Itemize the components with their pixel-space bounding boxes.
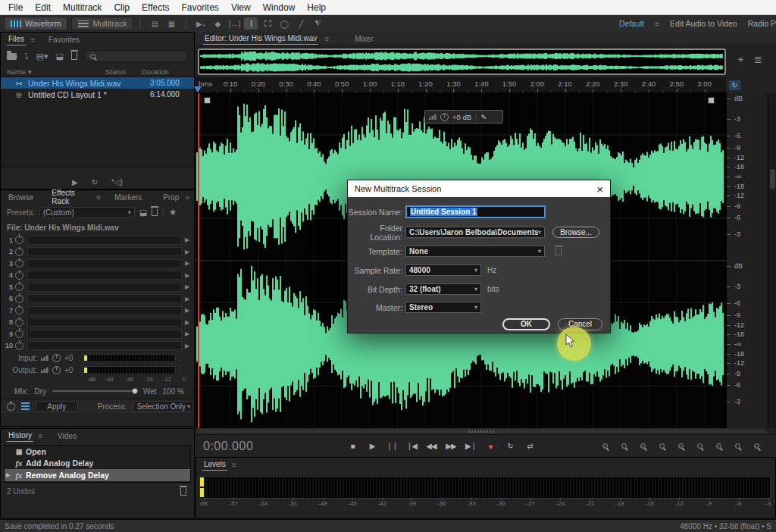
browse-button[interactable]: Browse... [552, 227, 599, 238]
razor-tool-icon[interactable]: ◆ [211, 17, 224, 30]
tab-files[interactable]: Files [7, 33, 26, 45]
effect-slot-5[interactable]: 5▶ [1, 281, 194, 293]
history-item[interactable]: fxAdd Analog Delay [5, 458, 190, 470]
tab-editor[interactable]: Editor: Under His Wings Midi.wav [203, 33, 318, 45]
favorite-star-icon[interactable]: ★ [169, 207, 177, 217]
time-selection-tool-icon[interactable]: I [244, 17, 258, 30]
ok-button[interactable]: OK [502, 318, 550, 330]
menu-help[interactable]: Help [302, 1, 331, 14]
effect-power-icon[interactable] [15, 259, 23, 268]
menu-multitrack[interactable]: Multitrack [58, 1, 107, 14]
workspace-radio[interactable]: Radio P [748, 19, 776, 28]
effect-slot-arrow-icon[interactable]: ▶ [185, 330, 194, 337]
preset-dropdown[interactable]: (Custom)▾ [39, 207, 135, 218]
effect-slot-2[interactable]: 2▶ [1, 246, 194, 258]
bit-depth-dropdown[interactable]: 32 (float)▾ [405, 283, 481, 295]
waveform-display-icon[interactable]: ▤ [148, 17, 161, 30]
editor-panel-menu-icon[interactable]: ≡ [324, 35, 329, 43]
history-item[interactable]: ▤Open [5, 446, 190, 458]
workspace-edit-audio-to-video[interactable]: Edit Audio to Video [670, 19, 737, 28]
zoom-selection-in-button[interactable]: - [693, 440, 706, 452]
column-duration[interactable]: Duration [142, 67, 169, 76]
file-row[interactable]: ᚛᚜Under His Wings Midi.wav3:05.000 [1, 77, 194, 89]
effect-slot-1[interactable]: 1▶ [1, 234, 194, 246]
gain-hud[interactable]: +0 dB | ✎ [424, 110, 503, 124]
tab-mixer[interactable]: Mixer [353, 33, 374, 45]
menu-clip[interactable]: Clip [108, 1, 135, 14]
effect-slot-bar[interactable] [27, 283, 182, 292]
tab-favorites[interactable]: Favorites [47, 34, 81, 45]
effect-slot-arrow-icon[interactable]: ▶ [185, 296, 194, 302]
menu-window[interactable]: Window [258, 1, 301, 14]
effect-slot-arrow-icon[interactable]: ▶ [185, 260, 194, 267]
overview-menu-icon[interactable]: ≣ [754, 54, 762, 66]
tab-browse[interactable]: Browse [7, 192, 35, 203]
vertical-scrollbar[interactable] [768, 93, 776, 428]
history-panel-menu-icon[interactable]: ≡ [38, 432, 42, 440]
preview-loop-icon[interactable]: ↻ [92, 178, 98, 186]
pause-button[interactable]: ❘❘ [383, 440, 400, 453]
tab-levels[interactable]: Levels [202, 458, 227, 471]
dialog-title-bar[interactable]: New Multitrack Session × [348, 180, 610, 197]
effect-power-icon[interactable] [15, 236, 23, 244]
tab-effects-rack[interactable]: Effects Rack [50, 187, 92, 208]
menu-view[interactable]: View [226, 1, 256, 14]
apply-button[interactable]: Apply [36, 401, 78, 412]
effect-power-icon[interactable] [15, 295, 23, 303]
effect-slot-arrow-icon[interactable]: ▶ [185, 307, 194, 314]
sample-rate-dropdown[interactable]: 48000▾ [405, 264, 481, 276]
menu-favorites[interactable]: Favorites [177, 1, 224, 14]
zoom-out-time-button[interactable]: - [618, 440, 630, 452]
effect-slot-bar[interactable] [27, 294, 182, 303]
file-row[interactable]: ◎Untitled CD Layout 1 *6:14.000 [1, 89, 194, 100]
effect-slot-bar[interactable] [27, 341, 182, 350]
process-dropdown[interactable]: Selection Only▾ [133, 401, 194, 412]
lasso-selection-tool-icon[interactable]: ◯ [277, 17, 291, 30]
effect-slot-bar[interactable] [27, 306, 182, 315]
zoom-in-time-button[interactable]: + [599, 440, 611, 452]
master-dropdown[interactable]: Stereo▾ [405, 302, 481, 313]
fade-in-handle[interactable] [204, 97, 211, 104]
next-button[interactable]: ▶❘ [462, 440, 479, 453]
hud-gain-knob[interactable] [440, 113, 449, 121]
prev-button[interactable]: ❘◀ [403, 440, 420, 453]
fade-out-handle[interactable] [708, 97, 715, 104]
import-file-icon[interactable]: ⤵ [24, 52, 29, 61]
amplitude-scale[interactable]: dB-3-6-9-12-18-∞-18-12-9-6-3dB-3-6-9-12-… [726, 93, 768, 428]
tab-properties[interactable]: Prop [161, 192, 180, 203]
spot-healing-tool-icon[interactable]: ⧨ [311, 17, 324, 30]
record-button[interactable]: ● [482, 440, 499, 453]
menu-edit[interactable]: Edit [30, 1, 56, 14]
effect-slot-bar[interactable] [27, 271, 182, 280]
play-button[interactable]: ▶ [364, 440, 380, 453]
marquee-selection-tool-icon[interactable] [261, 17, 274, 30]
effect-slot-bar[interactable] [27, 236, 182, 245]
preview-play-icon[interactable]: ▶ [72, 178, 78, 186]
effect-power-icon[interactable] [15, 271, 23, 280]
effect-slot-arrow-icon[interactable]: ▶ [185, 343, 194, 349]
hud-pencil-icon[interactable]: ✎ [481, 113, 487, 121]
preview-autoplay-icon[interactable]: *◁) [111, 178, 123, 186]
effect-power-icon[interactable] [15, 330, 23, 338]
close-icon[interactable]: × [596, 183, 603, 195]
save-preset-icon[interactable]: ⬓ [139, 208, 147, 217]
column-status[interactable]: Status [105, 67, 142, 76]
effect-slot-arrow-icon[interactable]: ▶ [185, 249, 194, 255]
open-file-icon[interactable] [7, 53, 17, 60]
delete-file-icon[interactable] [71, 52, 77, 60]
effect-power-icon[interactable] [15, 248, 23, 256]
playhead-line[interactable] [198, 93, 199, 428]
effect-slot-6[interactable]: 6▶ [1, 293, 194, 305]
effect-slot-arrow-icon[interactable]: ▶ [185, 236, 194, 243]
effect-power-icon[interactable] [15, 306, 23, 315]
workspace-default[interactable]: Default [619, 19, 644, 28]
effect-slot-7[interactable]: 7▶ [1, 305, 194, 317]
effect-slot-arrow-icon[interactable]: ▶ [185, 272, 194, 279]
overview-strip[interactable]: ⌖ ≣ [196, 46, 776, 77]
effect-slot-3[interactable]: 3▶ [1, 258, 194, 270]
zoom-full-button[interactable]: + [750, 440, 762, 452]
effect-slot-4[interactable]: 4▶ [1, 270, 194, 282]
zoom-reset-button[interactable]: + [674, 440, 687, 452]
tab-video[interactable]: Video [56, 430, 78, 442]
files-search-input[interactable] [85, 50, 188, 62]
